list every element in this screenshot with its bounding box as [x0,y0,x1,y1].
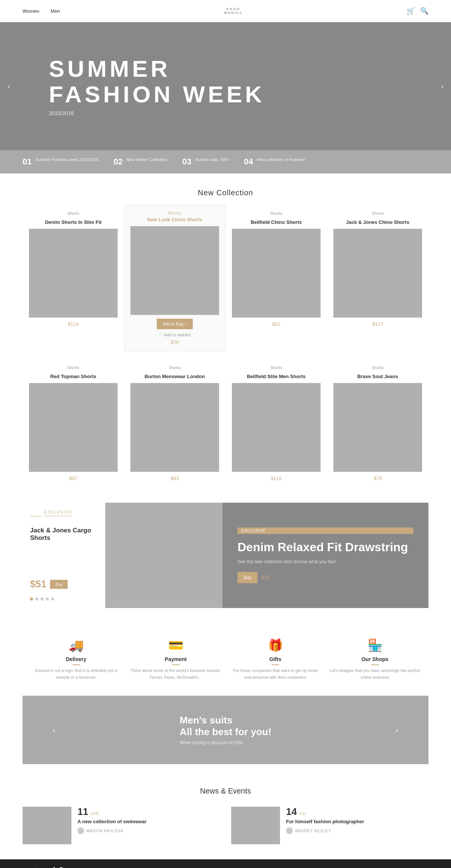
product-name-3: Bellfield Chino Shorts [232,219,321,225]
hero-line2: FASHION WEEK [49,82,265,107]
hero-nav-bar: 01 Summer Fashion week 2015/2016 02 New … [0,150,451,173]
product-cat-2-label: Shorts [130,211,219,215]
news-author-2: ANDREY KESLEY [286,827,364,834]
product-cat-8: Shorts [333,365,422,370]
promo-arrow-left[interactable]: ‹ [53,725,55,735]
news-day-1: 11 [77,807,88,816]
news-img-2 [231,807,280,844]
main-nav: Women Men [23,8,60,14]
product-card-4: Shorts Jack & Jones Chino Shorts $117 [327,205,428,351]
product-card-2: Shorts New Look Chino Shorts Add to Bag … [124,205,226,351]
product-img-2 [130,226,219,315]
product-card-8: Shorts Brave Soul Jeans $79 [327,359,428,488]
exclusive-price: $51 [30,578,46,590]
product-name-7: Bellfield Stile Men Shorts [232,374,321,379]
promo-sub: When buying a discount of 20% [180,740,271,745]
feature-gifts-desc: For those companies that want to get up … [229,667,321,681]
gifts-icon: 🎁 [229,638,321,652]
feature-divider-1 [73,664,80,665]
hero-year: 2015/2016 [49,110,265,116]
weather-bar: ‹ ⛅ 16 ° STORM Tuesday, August 25 › — Sa… [0,859,451,868]
feature-delivery-title: Delivery [30,656,122,662]
feature-divider-2 [172,664,180,665]
payment-icon: 💳 [130,638,222,652]
product-cat-6: Shorts [130,365,219,370]
news-author-1: MARIYA PAVLOVA [77,827,147,834]
hero-arrow-right[interactable]: › [441,82,443,91]
exclusive-badge: EXCLUSIVE [238,527,413,534]
news-headline-2: For himself fashion photographer [286,819,364,824]
exclusive-right-title: Denim Relaxed Fit Drawstring [238,540,413,554]
hero-nav-num-1: 01 [23,157,32,167]
feature-shops-desc: Let's imagine that you have seemingly th… [329,667,421,681]
feature-shops: 🏪 Our Shops Let's imagine that you have … [329,638,421,681]
news-meta-1: 11 JUN A new collection of swimwear MARI… [77,807,147,834]
exclusive-right: EXCLUSIVE Denim Relaxed Fit Drawstring S… [222,503,428,608]
hero-arrow-left[interactable]: ‹ [8,82,10,91]
promo-line1: Men's suits [180,714,271,726]
news-date-1: 11 JUN [77,807,147,816]
feature-delivery: 🚚 Delivery A brand is not a logo. And it… [30,638,122,681]
product-card-3: Shorts Bellfield Chino Shorts $92 [226,205,327,351]
news-item-1: 11 JUN A new collection of swimwear MARI… [23,807,220,844]
promo-banner: ‹ Men's suits All the best for you! When… [23,696,428,764]
add-wishlist-button[interactable]: ♡Add to wishlist [130,332,219,337]
product-name-4: Jack & Jones Chino Shorts [333,219,422,225]
news-month-1: JUN [91,812,99,816]
hero-nav-item-2[interactable]: 02 New Winter Collection [114,157,167,167]
product-img-8 [333,383,422,472]
hero-nav-item-4[interactable]: 04 New collection of footwear [244,157,305,167]
product-name-8: Brave Soul Jeans [333,374,422,379]
exclusive-right-buy-button[interactable]: Buy [238,572,257,583]
exclusive-section: EXCLUSIVE Jack & Jones Cargo Shorts $51 … [23,503,428,608]
product-price-3: $92 [232,321,321,327]
dot-2[interactable] [35,597,38,600]
search-icon[interactable]: 🔍 [420,7,428,15]
add-to-bag-label: Add to Bag [163,322,183,326]
news-month-2: JUL [299,812,307,816]
feature-gifts: 🎁 Gifts For those companies that want to… [229,638,321,681]
exclusive-product-name: Jack & Jones Cargo Shorts [30,527,98,542]
header-icons: 🛒 🔍 [407,7,428,15]
dot-4[interactable] [46,597,49,600]
product-img-3 [232,229,321,318]
feature-payment-desc: Think about some of the world's favourit… [130,667,222,681]
hero-section: ‹ SUMMER FASHION WEEK 2015/2016 › [0,22,451,150]
add-to-bag-button[interactable]: Add to Bag › [157,319,193,329]
hero-nav-num-3: 03 [182,157,191,167]
news-headline-1: A new collection of swimwear [77,819,147,824]
news-day-2: 14 [286,807,297,816]
product-img-5 [29,383,118,472]
promo-arrow-right[interactable]: › [396,725,398,735]
product-img-6 [130,383,219,472]
news-item-2: 14 JUL For himself fashion photographer … [231,807,428,844]
news-section: News & Events 11 JUN A new collection of… [0,779,451,859]
exclusive-right-desc: See the new collection and choose what y… [238,559,413,564]
exclusive-left: EXCLUSIVE Jack & Jones Cargo Shorts $51 … [23,503,105,608]
dot-3[interactable] [41,597,44,600]
news-meta-2: 14 JUL For himself fashion photographer … [286,807,364,834]
dot-1[interactable] [30,597,33,600]
product-cat-5: Shorts [29,365,118,370]
site-logo: SHOP MONICA [224,7,243,15]
cart-icon[interactable]: 🛒 [407,7,415,15]
hero-nav-item-3[interactable]: 03 Autumn sale -50% [182,157,229,167]
exclusive-right-price: $75 [261,575,269,580]
feature-divider-4 [371,664,379,665]
hero-nav-text-3: Autumn sale -50% [195,157,229,163]
product-img-1 [29,229,118,318]
hero-nav-item-1[interactable]: 01 Summer Fashion week 2015/2016 [23,157,98,167]
product-img-7 [232,383,321,472]
dot-5[interactable] [51,597,54,600]
product-price-5: $97 [29,476,118,481]
hero-nav-text-1: Summer Fashion week 2015/2016 [35,157,98,163]
hero-nav-text-4: New collection of footwear [257,157,305,163]
news-img-1 [23,807,71,844]
hero-nav-num-4: 04 [244,157,253,167]
feature-shops-title: Our Shops [329,656,421,662]
feature-divider-3 [272,664,279,665]
exclusive-buy-button[interactable]: Buy [50,580,68,589]
nav-women[interactable]: Women [23,8,39,14]
product-card-6: Shorts Burton Menswear London $83 [124,359,226,488]
nav-men[interactable]: Men [51,8,60,14]
